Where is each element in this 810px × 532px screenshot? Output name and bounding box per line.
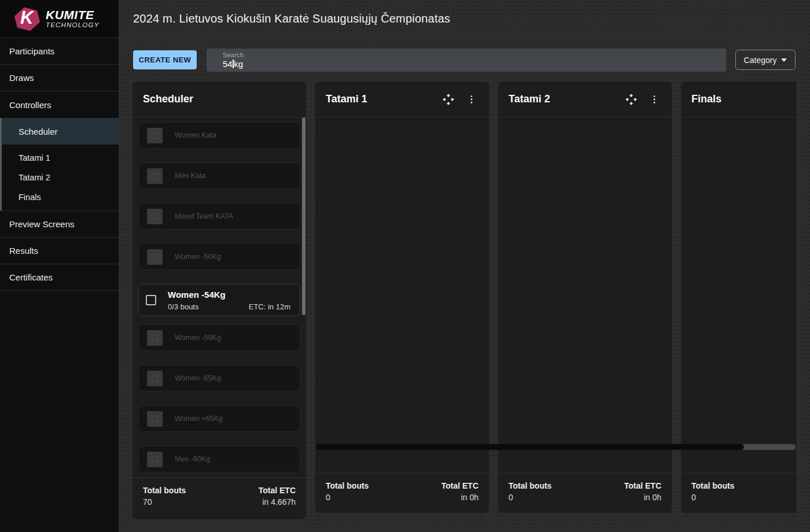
brand-text: KUMITE TECHNOLOGY [46, 9, 100, 29]
kebab-menu-icon[interactable] [647, 93, 661, 106]
sidebar-item-certificates[interactable]: Certificates [0, 264, 119, 291]
scheduler-item[interactable]: Women -65Kg [138, 365, 300, 391]
item-placeholder-square [147, 371, 163, 386]
scheduler-item-label: Women -65Kg [175, 374, 221, 382]
sidebar-item-finals[interactable]: Finals [0, 187, 119, 207]
total-etc-value: in 4.667h [259, 497, 296, 507]
total-bouts-label: Total bouts [691, 481, 734, 490]
checkbox-icon [152, 213, 158, 220]
total-bouts-label: Total bouts [326, 481, 369, 490]
checkbox-icon [152, 335, 158, 341]
hexagon-logo-icon: K [12, 4, 43, 34]
page-header: 2024 m. Lietuvos Kiokušin Karatė Suaugus… [119, 0, 810, 38]
kebab-menu-icon[interactable] [465, 93, 478, 106]
total-bouts-value: 0 [509, 493, 551, 502]
item-placeholder-square [147, 411, 163, 427]
total-etc-label: Total ETC [441, 481, 478, 490]
tatami-1-column-footer: Total bouts 0 Total ETC in 0h [315, 473, 489, 513]
search-input-label: Search [223, 51, 726, 58]
scheduler-item-label: Women Kata [175, 131, 216, 139]
move-icon[interactable] [624, 93, 638, 106]
logo-letter: K [20, 8, 33, 28]
total-etc-label: Total ETC [624, 481, 661, 490]
vertical-scrollbar[interactable] [302, 117, 305, 478]
horizontal-scrollbar[interactable] [316, 444, 796, 450]
item-placeholder-square [147, 330, 163, 346]
search-input-value: 54kg [223, 59, 726, 69]
sidebar-item-tatami-2[interactable]: Tatami 2 [0, 168, 119, 187]
search-input[interactable]: Search 54kg [207, 49, 726, 72]
scheduler-item[interactable]: Women +65Kg [138, 405, 300, 432]
tatami-2-drop-zone[interactable] [498, 117, 672, 473]
sidebar-item-tatami-1[interactable]: Tatami 1 [0, 148, 119, 168]
page-title: 2024 m. Lietuvos Kiokušin Karatė Suaugus… [133, 12, 450, 25]
sidebar-nav: Participants Draws Controllers Scheduler… [0, 38, 119, 291]
sidebar: K KUMITE TECHNOLOGY Participants Draws C… [0, 0, 119, 532]
item-placeholder-square [147, 452, 163, 467]
create-new-button[interactable]: CREATE NEW [133, 50, 197, 69]
total-etc-value: in 0h [624, 493, 661, 502]
checkbox-icon [152, 173, 158, 179]
tatami-1-column-header: Tatami 1 [315, 82, 489, 117]
scheduler-item[interactable]: Mixed Team KATA [138, 203, 300, 230]
scheduler-item[interactable]: Women -50Kg [138, 243, 300, 270]
brand-logo[interactable]: K KUMITE TECHNOLOGY [0, 0, 119, 38]
chevron-down-icon [781, 58, 787, 62]
horizontal-scrollbar-thumb[interactable] [316, 444, 744, 450]
finals-column-title: Finals [691, 93, 786, 105]
scheduler-item[interactable]: Women Kata [138, 122, 300, 149]
scheduler-item[interactable]: Men -60Kg [138, 446, 300, 472]
scheduler-column: Scheduler Women Kata Men Kata Mixed Team… [132, 82, 306, 519]
total-etc-value: in 0h [441, 493, 478, 502]
checkbox-icon [152, 456, 158, 463]
item-checkbox[interactable] [146, 295, 156, 305]
scheduler-item-active[interactable]: Women -54Kg 0/3 bouts ETC: in 12m [138, 284, 300, 316]
sidebar-item-controllers[interactable]: Controllers [0, 91, 119, 118]
scheduler-item-label: Women -50Kg [175, 253, 221, 261]
category-dropdown[interactable]: Category [735, 50, 796, 70]
tatami-1-drop-zone[interactable] [315, 117, 489, 473]
scheduler-item[interactable]: Women -59Kg [138, 324, 300, 351]
sidebar-item-results[interactable]: Results [0, 238, 119, 264]
scheduler-item-label: Men Kata [175, 172, 206, 180]
item-bouts-count: 0/3 bouts [168, 302, 199, 311]
checkbox-icon [152, 416, 158, 422]
sidebar-item-preview-screens[interactable]: Preview Screens [0, 211, 119, 238]
scheduler-item-content: Women -54Kg 0/3 bouts ETC: in 12m [168, 290, 290, 311]
scheduler-column-title: Scheduler [143, 93, 296, 105]
scheduler-item-list: Women Kata Men Kata Mixed Team KATA Wome… [132, 117, 306, 478]
sidebar-item-scheduler[interactable]: Scheduler [0, 118, 119, 145]
sidebar-item-draws[interactable]: Draws [0, 65, 119, 91]
total-bouts-value: 0 [326, 493, 369, 502]
move-icon[interactable] [441, 93, 455, 106]
total-bouts-value: 0 [691, 493, 734, 502]
item-placeholder-square [147, 168, 163, 184]
scheduler-item-label: Women -59Kg [175, 334, 221, 342]
category-dropdown-label: Category [744, 56, 777, 65]
checkbox-icon [152, 375, 158, 382]
checkbox-icon [152, 254, 158, 260]
scheduler-item-title: Women -54Kg [168, 290, 226, 300]
finals-drop-zone[interactable] [681, 117, 796, 473]
total-bouts-label: Total bouts [509, 481, 551, 490]
brand-subtitle: TECHNOLOGY [46, 22, 100, 29]
main-area: 2024 m. Lietuvos Kiokušin Karatė Suaugus… [119, 0, 810, 532]
item-etc: ETC: in 12m [249, 302, 290, 311]
app-window: K KUMITE TECHNOLOGY Participants Draws C… [0, 0, 810, 532]
vertical-scrollbar-thumb[interactable] [302, 117, 305, 315]
total-bouts-value: 70 [143, 497, 186, 507]
item-placeholder-square [147, 209, 163, 224]
total-etc-label: Total ETC [259, 486, 296, 495]
scheduler-column-header: Scheduler [132, 82, 306, 117]
scheduler-column-footer: Total bouts 70 Total ETC in 4.667h [132, 478, 306, 519]
scheduler-item-label: Men -60Kg [175, 455, 210, 463]
scheduler-item-label: Women +65Kg [175, 415, 223, 423]
checkbox-icon [152, 132, 158, 139]
scheduler-item[interactable]: Men Kata [138, 162, 300, 189]
tatami-2-column-footer: Total bouts 0 Total ETC in 0h [498, 473, 672, 513]
sidebar-item-participants[interactable]: Participants [0, 38, 119, 65]
total-bouts-label: Total bouts [143, 486, 186, 495]
controllers-submenu: Scheduler Tatami 1 Tatami 2 Finals [0, 118, 119, 211]
finals-column-header: Finals [681, 82, 796, 117]
item-placeholder-square [147, 128, 163, 143]
